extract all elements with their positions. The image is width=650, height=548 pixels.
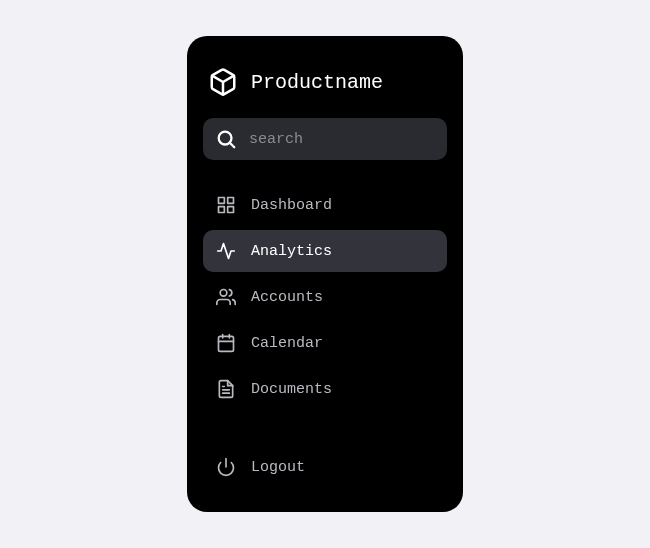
users-icon — [215, 286, 237, 308]
nav-item-label: Calendar — [251, 335, 323, 352]
file-text-icon — [215, 378, 237, 400]
search-input[interactable] — [249, 131, 435, 148]
power-icon — [215, 456, 237, 478]
svg-rect-3 — [219, 198, 225, 204]
search-icon — [215, 128, 237, 150]
nav-item-label: Dashboard — [251, 197, 332, 214]
nav-item-label: Accounts — [251, 289, 323, 306]
nav-item-analytics[interactable]: Analytics — [203, 230, 447, 272]
calendar-icon — [215, 332, 237, 354]
svg-rect-8 — [219, 336, 234, 351]
svg-line-2 — [230, 143, 234, 147]
logout-button[interactable]: Logout — [203, 446, 447, 488]
search-box[interactable] — [203, 118, 447, 160]
activity-icon — [215, 240, 237, 262]
logout-label: Logout — [251, 459, 305, 476]
svg-rect-4 — [228, 198, 234, 204]
nav-item-label: Documents — [251, 381, 332, 398]
box-icon — [207, 66, 239, 98]
nav-item-documents[interactable]: Documents — [203, 368, 447, 410]
nav-item-accounts[interactable]: Accounts — [203, 276, 447, 318]
svg-rect-5 — [228, 207, 234, 213]
nav-list: Dashboard Analytics Accounts — [203, 184, 447, 410]
brand: Productname — [203, 60, 447, 118]
nav-item-dashboard[interactable]: Dashboard — [203, 184, 447, 226]
sidebar: Productname Dashboard — [187, 36, 463, 512]
brand-title: Productname — [251, 71, 383, 94]
grid-icon — [215, 194, 237, 216]
sidebar-footer: Logout — [203, 446, 447, 488]
svg-rect-6 — [219, 207, 225, 213]
svg-point-7 — [220, 290, 227, 297]
nav-item-label: Analytics — [251, 243, 332, 260]
nav-item-calendar[interactable]: Calendar — [203, 322, 447, 364]
